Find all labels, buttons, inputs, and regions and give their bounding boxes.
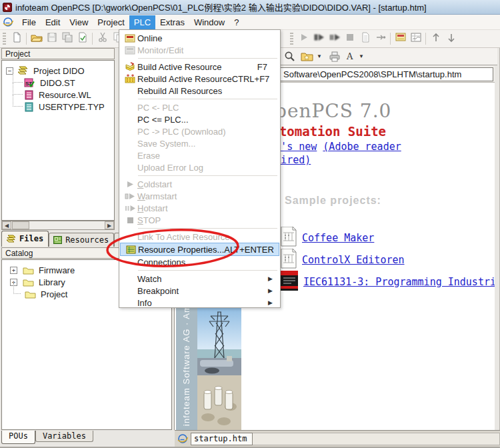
save-all-button[interactable] [59,32,75,46]
dropdown-arrow-icon[interactable]: ▼ [317,53,322,59]
online-button[interactable] [393,32,408,46]
project-horizontal-scrollbar[interactable]: ◀ ▶ [1,221,115,230]
menu-item-link-to-active-resource[interactable]: Link To Active Resource [120,231,279,243]
menu-project[interactable]: Project [93,15,129,29]
menu-item-label: Monitor/Edit [137,45,183,55]
link-coffee-maker[interactable]: Coffee Maker [302,232,374,244]
menu-edit[interactable]: Edit [41,15,65,29]
dropdown-arrow-icon[interactable]: ▼ [359,53,364,59]
menu-item-watch[interactable]: Watch▶ [120,273,279,285]
tab-variables[interactable]: Variables [35,431,93,442]
menu-extras[interactable]: Extras [155,15,189,29]
document-tab-row: startup.htm [175,430,500,447]
search-icon [284,51,295,62]
toolbar-right-group [287,32,459,46]
menu-item-online[interactable]: Online [120,32,279,44]
wl-file-icon [24,90,34,100]
stop-button[interactable] [342,32,357,46]
watch-button[interactable] [408,32,423,46]
rebuild-icon [123,74,137,83]
menu-item-erase[interactable]: Erase [120,149,279,161]
menu-item-stop[interactable]: STOP [120,214,279,226]
document-check-button[interactable] [75,32,90,46]
warmstart-button[interactable] [311,32,327,46]
toolbar-grip[interactable] [3,33,6,45]
menu-item-upload-error-log[interactable]: Upload Error Log [120,161,279,173]
favorites-button[interactable] [301,51,313,61]
open-folder-button[interactable] [29,32,44,46]
menu-item-rebuild-all-resources[interactable]: Rebuild All Resources [120,85,279,97]
menu-item-label: Online [137,33,163,43]
menu-item-info[interactable]: Info▶ [120,297,279,309]
menu-item-connections[interactable]: Connections... [120,256,279,268]
bottom-tab-strip: POUsVariables [1,431,93,444]
expand-toggle[interactable]: + [10,267,17,274]
tab-files[interactable]: Files [1,231,49,247]
menu-plc[interactable]: PLC [129,15,155,29]
menu-item-rebuild-active-resource[interactable]: Rebuild Active ResourceCTRL+F7 [120,73,279,85]
menu-item-pc-plc-download[interactable]: PC -> PLC (Download) [120,125,279,137]
menu-item-coldstart[interactable]: Coldstart [120,178,279,190]
save-button[interactable] [44,32,59,46]
toolbar-grip[interactable] [290,33,293,45]
print-button[interactable] [329,51,341,62]
scrollbar-thumb[interactable] [12,221,29,229]
move-down-button[interactable] [443,32,459,46]
link-iec61131-3-programm[interactable]: IEC61131-3: Programming Industrial Autor [303,276,495,288]
menu-item-breakpoint[interactable]: Breakpoint▶ [120,285,279,297]
startup-htm-tab[interactable]: startup.htm [191,433,253,445]
scroll-left-arrow[interactable]: ◀ [2,221,11,229]
menu-item-save-system[interactable]: Save System... [120,137,279,149]
sample-projects-label: Sample projects: [285,195,381,207]
menu-item-warmstart[interactable]: Warmstart [120,190,279,202]
tab-label: Files [19,234,43,243]
toolbar-separator [26,33,27,45]
scroll-right-arrow[interactable]: ▶ [105,221,114,229]
cut-button[interactable] [95,32,110,46]
toolbar-separator [425,33,426,45]
favorites-icon [301,51,313,61]
coldstart-button[interactable] [296,32,311,46]
tree-item-label: USERTYPE.TYP [37,102,106,112]
menu-item-build-active-resource[interactable]: Build Active ResourceF7 [120,61,279,73]
menu-item-hotstart[interactable]: Hotstart [120,202,279,214]
submenu-arrow-icon: ▶ [268,287,277,294]
link-controlx-editoren[interactable]: ControlX Editoren [302,254,405,266]
search-button[interactable] [284,51,295,62]
menu-window[interactable]: Window [189,15,229,29]
move-up-button[interactable] [428,32,443,46]
tree-connector [13,71,23,83]
document-button[interactable] [357,32,373,46]
menu-bar: FileEditViewProjectPLCExtrasWindow? [0,15,500,30]
project-tree-panel: −Project DIDOSTDIDO.STResource.WLUSERTYP… [1,60,115,221]
new-document-button[interactable] [9,32,24,46]
menu-shortcut: F7 [257,62,277,72]
menu-help[interactable]: ? [229,15,243,29]
menu-item-pc-plc[interactable]: PC <- PLC [120,101,279,113]
menu-item-label: PC <- PLC [137,103,179,113]
hotstart-button[interactable] [327,32,342,46]
menu-item-label: Watch [137,274,161,284]
tab-resources[interactable]: Resources [49,233,114,247]
online-icon [395,33,406,45]
font-button[interactable]: A [346,51,355,61]
menu-separator [138,99,277,99]
menu-item-label: Connections... [137,257,193,267]
title-bar: infoteam OpenPCS [D:\gwork\OpenPCS\01_PL… [0,0,500,15]
tab-pous[interactable]: POUs [1,431,35,444]
menu-item-resource-properties[interactable]: Resource Properties...ALT+ENTER [120,243,279,256]
menu-item-label: Rebuild Active Resource [137,74,232,84]
menu-item-monitor-edit[interactable]: Monitor/Edit [120,44,279,56]
project-pane-header: Project [1,48,115,59]
toolbar-separator [390,33,391,45]
menu-item-label: Warmstart [137,191,177,201]
hotstart-icon [329,32,340,45]
menu-view[interactable]: View [65,15,93,29]
build-icon [123,62,137,71]
tree-item-usertype-typ[interactable]: USERTYPE.TYP [6,101,113,113]
menu-item-pc-plc[interactable]: PC <= PLC... [120,113,279,125]
menu-file[interactable]: File [17,15,41,29]
menu-item-label: Build Active Resource [137,62,221,72]
step-button[interactable] [373,32,388,46]
menu-item-label: PC -> PLC (Download) [137,127,226,137]
